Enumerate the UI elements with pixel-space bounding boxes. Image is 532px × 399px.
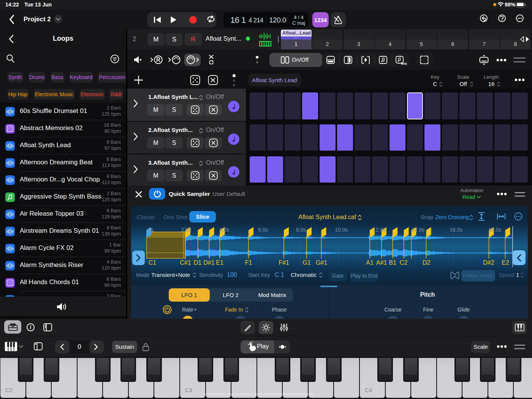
svg-text:8va: 8va: [401, 62, 407, 65]
